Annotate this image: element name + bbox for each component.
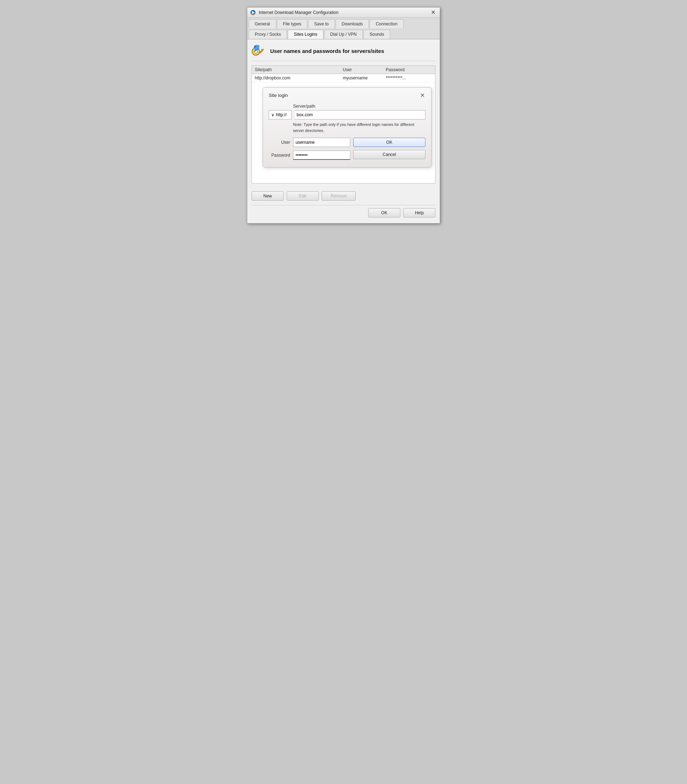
site-login-dialog: Site login ✕ Server/path ∨ http:// Note:… bbox=[263, 87, 432, 167]
window-title: Internet Download Manager Configuration bbox=[259, 10, 339, 15]
tabs-row-1: General File types Save to Downloads Con… bbox=[247, 18, 440, 28]
app-icon bbox=[250, 10, 256, 15]
edit-button[interactable]: Edit bbox=[287, 191, 319, 201]
user-input[interactable] bbox=[293, 138, 350, 147]
title-bar-left: Internet Download Manager Configuration bbox=[250, 10, 339, 15]
tab-dial-up-vpn[interactable]: Dial Up / VPN bbox=[324, 30, 363, 39]
keys-icon bbox=[251, 44, 266, 58]
main-window: Internet Download Manager Configuration … bbox=[247, 7, 440, 223]
dialog-title-bar: Site login ✕ bbox=[269, 92, 426, 99]
protocol-chevron: ∨ bbox=[271, 112, 274, 117]
col-header-site: Site/path bbox=[255, 67, 343, 72]
content-area: User names and passwords for servers/sit… bbox=[247, 39, 440, 223]
table-row[interactable]: http://dropbox.com myusername **********… bbox=[252, 74, 435, 82]
dialog-close-button[interactable]: ✕ bbox=[419, 92, 426, 99]
password-input[interactable] bbox=[293, 151, 350, 160]
tabs-container: General File types Save to Downloads Con… bbox=[247, 18, 440, 39]
user-row: User bbox=[269, 138, 350, 147]
server-path-input[interactable] bbox=[294, 110, 426, 120]
tabs-row-2: Proxy / Socks Sites Logins Dial Up / VPN… bbox=[247, 28, 440, 39]
remove-button[interactable]: Remove bbox=[322, 191, 356, 201]
form-section: User Password OK Cancel bbox=[269, 138, 426, 160]
title-bar: Internet Download Manager Configuration … bbox=[247, 8, 440, 18]
password-label: Password bbox=[269, 153, 290, 158]
cell-user: myusername bbox=[343, 75, 386, 80]
note-text: Note: Type the path only if you have dif… bbox=[293, 121, 426, 133]
cell-password: **********... bbox=[386, 75, 432, 80]
col-header-user: User bbox=[343, 67, 386, 72]
help-button[interactable]: Help bbox=[403, 208, 436, 218]
dialog-cancel-button[interactable]: Cancel bbox=[353, 150, 426, 159]
dialog-ok-button[interactable]: OK bbox=[353, 138, 426, 147]
cell-site: http://dropbox.com bbox=[255, 75, 343, 80]
header-title: User names and passwords for servers/sit… bbox=[270, 48, 384, 54]
tab-file-types[interactable]: File types bbox=[277, 19, 307, 28]
tab-general[interactable]: General bbox=[249, 19, 276, 28]
ok-help-row: OK Help bbox=[251, 205, 436, 219]
ok-button[interactable]: OK bbox=[368, 208, 400, 218]
table-header: Site/path User Password bbox=[252, 66, 435, 74]
user-label: User bbox=[269, 140, 290, 145]
header-section: User names and passwords for servers/sit… bbox=[251, 44, 436, 61]
tab-save-to[interactable]: Save to bbox=[308, 19, 335, 28]
svg-rect-2 bbox=[251, 13, 255, 14]
form-buttons: OK Cancel bbox=[353, 138, 426, 159]
sites-table: Site/path User Password http://dropbox.c… bbox=[251, 66, 436, 184]
password-row: Password bbox=[269, 151, 350, 160]
server-path-section: ∨ http:// bbox=[269, 110, 426, 120]
bottom-buttons: New Edit Remove bbox=[251, 188, 436, 203]
window-close-button[interactable]: ✕ bbox=[429, 10, 437, 15]
tab-sites-logins[interactable]: Sites Logins bbox=[288, 30, 323, 39]
tab-downloads[interactable]: Downloads bbox=[335, 19, 369, 28]
protocol-value: http:// bbox=[276, 112, 287, 117]
protocol-dropdown[interactable]: ∨ http:// bbox=[269, 110, 292, 120]
server-path-label-text: Server/path bbox=[293, 104, 426, 109]
tab-proxy-socks[interactable]: Proxy / Socks bbox=[249, 30, 287, 39]
tab-connection[interactable]: Connection bbox=[370, 19, 404, 28]
new-button[interactable]: New bbox=[251, 191, 284, 201]
svg-point-8 bbox=[254, 46, 256, 48]
form-fields: User Password bbox=[269, 138, 350, 160]
tab-sounds[interactable]: Sounds bbox=[363, 30, 390, 39]
col-header-password: Password bbox=[386, 67, 432, 72]
dialog-title: Site login bbox=[269, 93, 288, 98]
